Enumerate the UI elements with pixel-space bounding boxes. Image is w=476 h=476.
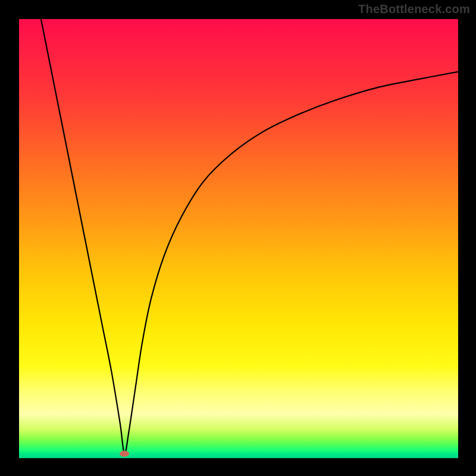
plot-area (19, 19, 458, 458)
bottleneck-curve (41, 19, 458, 454)
curve-layer (19, 19, 458, 458)
min-marker (120, 451, 129, 457)
chart-frame: TheBottleneck.com (0, 0, 476, 476)
watermark-text: TheBottleneck.com (358, 2, 470, 16)
